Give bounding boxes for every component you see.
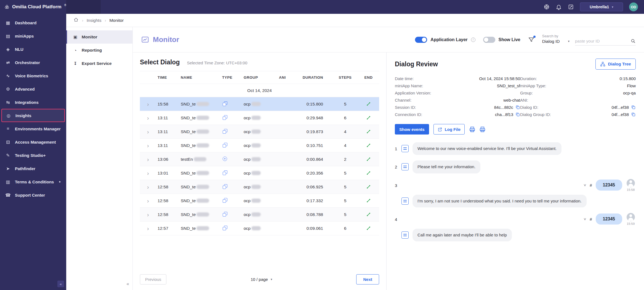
topbar: Omilia Cloud Platform ® Umbrella1 ▾ OD	[0, 0, 644, 14]
next-page-button[interactable]: Next	[356, 274, 379, 284]
breadcrumb-insights[interactable]: Insights	[87, 18, 101, 23]
sidebar-item[interactable]: ≡ Environments Manager	[0, 122, 66, 135]
sidebar-item[interactable]: ⊡ Access Management	[0, 135, 66, 149]
sidebar-collapse-button[interactable]: «	[57, 281, 64, 287]
cell-duration: 0:17.332	[297, 198, 332, 203]
table-row[interactable]: › 13:11 SND_te	[140, 139, 379, 152]
expand-row-chevron[interactable]: ›	[140, 129, 158, 135]
show-events-button[interactable]: Show events	[395, 124, 429, 135]
omilia-logo-icon	[4, 3, 9, 10]
sidebar-item[interactable]: ☎ Support Center	[0, 188, 66, 202]
notifications-bell-icon[interactable]	[556, 4, 562, 10]
submenu-dot-icon: •	[59, 179, 60, 185]
monitor-header: Monitor Application Layer i Show Live	[133, 27, 644, 52]
org-name: Umbrella1	[590, 5, 609, 9]
collapse-subnav-button[interactable]: «	[127, 281, 129, 287]
log-file-button[interactable]: Log File	[433, 124, 465, 135]
orchestrator-icon: ⇌	[5, 60, 11, 65]
sidebar-item[interactable]: ◈ NLU	[0, 43, 66, 56]
sidebar-item[interactable]: ➤ Pathfinder	[0, 162, 66, 175]
expand-row-chevron[interactable]: ›	[140, 157, 158, 162]
dialog-id-input[interactable]	[575, 39, 622, 43]
application-layer-toggle[interactable]	[415, 37, 427, 43]
sidebar-item[interactable]: ✎ Testing Studio+	[0, 149, 66, 162]
table-row[interactable]: › 12:58 SND_te	[140, 180, 379, 194]
terms-conditions-icon: ▥	[5, 179, 11, 184]
pathfinder-icon: ➤	[5, 166, 11, 171]
cell-time: 12:57	[158, 226, 181, 231]
sidebar-item[interactable]: ⇆ Integrations	[0, 96, 66, 109]
search-by-select[interactable]: Dialog ID ▾	[542, 39, 570, 46]
print-icon[interactable]	[469, 126, 475, 133]
user-message-row: ˅ # 12345 15:58	[401, 179, 636, 191]
call-ended-icon	[366, 157, 371, 162]
expand-row-chevron[interactable]: ›	[140, 226, 158, 231]
print-transcript-icon[interactable]	[479, 126, 486, 133]
page-size-select[interactable]: 10 / page ▾	[251, 277, 272, 282]
copy-icon[interactable]	[515, 105, 520, 110]
org-select[interactable]: Umbrella1 ▾	[580, 2, 623, 11]
copy-message-icon[interactable]	[401, 163, 409, 170]
cell-type	[222, 211, 244, 218]
table-row[interactable]: › 15:58 SND_te	[140, 97, 379, 111]
subnav-item[interactable]: ↧ Export Service	[66, 57, 132, 70]
expand-row-chevron[interactable]: ›	[140, 143, 158, 148]
expand-row-chevron[interactable]: ›	[140, 184, 158, 190]
sidebar-item[interactable]: ⚙ Advanced	[0, 82, 66, 96]
cell-name: SND_te	[181, 212, 222, 217]
advanced-icon: ⚙	[5, 86, 11, 92]
sidebar-item[interactable]: ◎ Insights	[1, 109, 65, 122]
expand-row-chevron[interactable]: ›	[140, 198, 158, 204]
cell-name: SND_te	[181, 129, 222, 134]
sidebar-item[interactable]: ▦ Dashboard	[0, 16, 66, 29]
table-row[interactable]: › 12:57 SND_te	[140, 222, 379, 235]
support-ring-icon[interactable]	[544, 4, 550, 10]
column-header: STEPS	[332, 75, 358, 80]
copy-icon[interactable]	[631, 105, 636, 110]
expand-row-chevron[interactable]: ›	[140, 115, 158, 121]
cell-name: SND_te	[181, 102, 222, 107]
table-row[interactable]: › 12:58 SND_te	[140, 208, 379, 222]
table-row[interactable]: › 12:58 SND_te	[140, 194, 379, 208]
copy-message-icon[interactable]	[401, 145, 409, 152]
table-row[interactable]: › 13:01 SND_te	[140, 166, 379, 180]
hash-icon[interactable]: #	[590, 183, 592, 188]
column-header: DURATION	[297, 75, 332, 80]
chevron-down-icon[interactable]: ˅	[584, 217, 586, 222]
hash-icon[interactable]: #	[590, 217, 592, 222]
copy-message-icon[interactable]	[401, 231, 409, 239]
search-by-label: Search by	[542, 34, 570, 38]
filter-funnel-icon[interactable]	[528, 36, 534, 43]
previous-page-button[interactable]: Previous	[140, 274, 166, 284]
dialog-tree-button[interactable]: Dialog Tree	[595, 59, 636, 70]
bot-message-row: Call me again later and maybe I'll be ab…	[401, 229, 636, 241]
sidebar-item[interactable]: ▥ Terms & Conditions •	[0, 175, 66, 188]
table-row[interactable]: › 13:11 SND_te	[140, 111, 379, 125]
redacted-blur	[251, 116, 261, 120]
home-icon[interactable]	[73, 17, 79, 23]
expand-row-chevron[interactable]: ›	[140, 101, 158, 107]
column-header: END	[358, 75, 379, 80]
sidebar-item[interactable]: ▤ miniApps	[0, 29, 66, 43]
copy-icon[interactable]	[515, 112, 520, 117]
compose-icon[interactable]	[568, 4, 574, 10]
expand-row-chevron[interactable]: ›	[140, 212, 158, 217]
copy-icon[interactable]	[631, 112, 636, 117]
search-icon[interactable]	[630, 38, 636, 44]
sidebar-item[interactable]: ⇌ Orchestrator	[0, 56, 66, 69]
cell-name: SND_te	[181, 226, 222, 231]
sidebar-item[interactable]: ∿ Voice Biometrics	[0, 69, 66, 82]
sidebar-item-label: Advanced	[15, 87, 35, 91]
expand-row-chevron[interactable]: ›	[140, 170, 158, 176]
copy-message-icon[interactable]	[401, 197, 409, 205]
dialog-table: TIME NAME TYPE GROUP ANI DURATION STEPS …	[140, 71, 379, 235]
redacted-blur	[196, 130, 209, 134]
chevron-down-icon[interactable]: ˅	[584, 183, 586, 188]
show-live-toggle[interactable]	[483, 37, 495, 43]
table-row[interactable]: › 13:11 SND_te	[140, 125, 379, 139]
table-row[interactable]: › 13:06 testEn	[140, 152, 379, 166]
user-avatar[interactable]: OD	[629, 2, 638, 11]
subnav-item[interactable]: ▣ Monitor	[66, 30, 132, 44]
info-icon[interactable]: i	[471, 38, 475, 42]
subnav-item[interactable]: ◔ Reporting	[66, 44, 132, 57]
